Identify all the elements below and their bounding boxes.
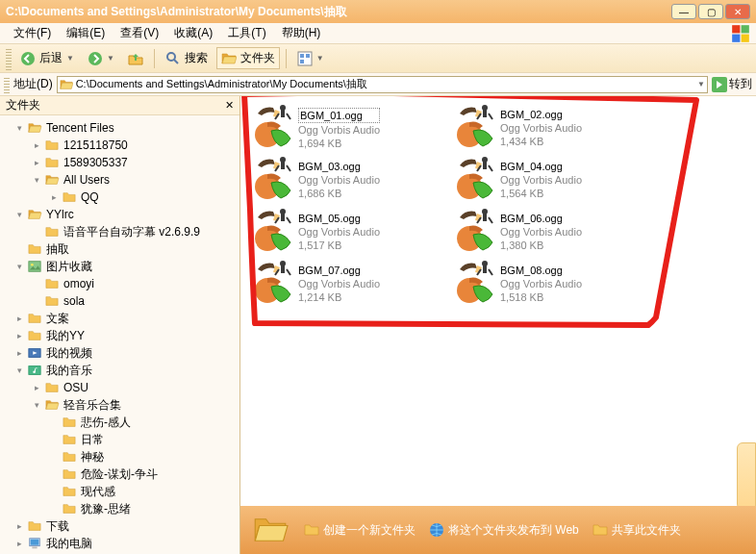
expand-toggle[interactable] (31, 226, 42, 238)
side-widget[interactable] (737, 442, 756, 510)
file-name: BGM_08.ogg (500, 264, 582, 277)
chevron-down-icon[interactable]: ▼ (697, 80, 705, 88)
task-new-folder[interactable]: 创建一个新文件夹 (304, 522, 416, 539)
task-share-folder[interactable]: 共享此文件夹 (592, 522, 681, 539)
expand-toggle[interactable]: ▸ (31, 382, 42, 393)
toolbar-grip[interactable] (6, 47, 12, 70)
file-item[interactable]: BGM_04.oggOgg Vorbis Audio1,564 KB (450, 154, 652, 206)
file-meta: BGM_08.oggOgg Vorbis Audio1,518 KB (500, 260, 582, 308)
folder-open-icon (44, 398, 60, 412)
expand-toggle[interactable] (48, 434, 60, 445)
expand-toggle[interactable] (48, 451, 60, 463)
file-list[interactable]: BGM_01.oggOgg Vorbis Audio1,694 KBBGM_02… (240, 96, 756, 310)
tree-item-label: 我的音乐 (46, 363, 92, 379)
expand-toggle[interactable]: ▸ (13, 347, 25, 359)
expand-toggle[interactable]: ▸ (13, 538, 25, 549)
tree-item[interactable]: ▸文案 (2, 310, 238, 327)
expand-toggle[interactable]: ▸ (31, 139, 42, 151)
expand-toggle[interactable]: ▸ (31, 157, 42, 168)
expand-toggle[interactable]: ▸ (13, 520, 25, 532)
go-button[interactable]: 转到 (712, 76, 752, 92)
file-name: BGM_07.ogg (298, 264, 380, 277)
tree-item[interactable]: ▾All Users (2, 171, 238, 189)
back-button[interactable]: 后退 ▼ (15, 47, 79, 69)
file-item[interactable]: BGM_02.oggOgg Vorbis Audio1,434 KB (450, 102, 652, 154)
tree-item[interactable]: 抽取 (2, 240, 238, 258)
folder-icon (44, 381, 60, 394)
tree-item[interactable]: ▾我的音乐 (2, 362, 238, 379)
folders-button[interactable]: 文件夹 (216, 47, 280, 69)
folder-icon (60, 78, 73, 91)
address-grip[interactable] (4, 76, 10, 93)
tree-item[interactable]: ▸我的视频 (2, 344, 238, 362)
tree-item[interactable]: ▾轻音乐合集 (2, 396, 238, 414)
tree-item[interactable]: ▸我的电脑 (2, 535, 238, 552)
expand-toggle[interactable]: ▸ (48, 191, 60, 203)
file-item[interactable]: BGM_06.oggOgg Vorbis Audio1,380 KB (450, 206, 652, 258)
expand-toggle[interactable] (48, 416, 60, 428)
tree-item[interactable]: sola (2, 292, 238, 310)
forward-button[interactable]: ▼ (83, 48, 119, 69)
tree-item[interactable]: ▾YYlrc (2, 206, 238, 223)
address-input[interactable]: C:\Documents and Settings\Administrator\… (57, 76, 708, 93)
tree-item[interactable]: ▸我的YY (2, 327, 238, 344)
file-item[interactable]: BGM_05.oggOgg Vorbis Audio1,517 KB (248, 206, 450, 258)
task-publish-web[interactable]: 将这个文件夹发布到 Web (429, 522, 579, 539)
tree-item[interactable]: ▸1589305337 (2, 154, 238, 171)
expand-toggle[interactable]: ▾ (13, 365, 25, 376)
expand-toggle[interactable]: ▾ (13, 261, 25, 272)
menu-view[interactable]: 查看(V) (113, 23, 166, 43)
file-item[interactable]: BGM_01.oggOgg Vorbis Audio1,694 KB (248, 102, 450, 154)
expand-toggle[interactable]: ▾ (31, 399, 42, 411)
up-button[interactable] (123, 48, 148, 69)
expand-toggle[interactable] (48, 468, 60, 480)
menu-edit[interactable]: 编辑(E) (59, 23, 113, 43)
expand-toggle[interactable] (48, 486, 60, 497)
tree-item[interactable]: omoyi (2, 275, 238, 292)
sidebar-close-button[interactable]: ✕ (225, 99, 234, 112)
file-item[interactable]: BGM_03.oggOgg Vorbis Audio1,686 KB (248, 154, 450, 206)
windows-logo-icon (731, 24, 750, 43)
tree-item[interactable]: 语音平台自动字幕 v2.6.9.9 (2, 223, 238, 240)
tree-item[interactable]: ▾图片收藏 (2, 258, 238, 275)
views-button[interactable]: ▼ (292, 48, 329, 69)
views-icon (297, 51, 313, 66)
expand-toggle[interactable]: ▾ (13, 122, 25, 134)
tree-item-label: 1589305337 (63, 156, 128, 169)
maximize-button[interactable]: ▢ (698, 4, 723, 19)
tree-item-label: 轻音乐合集 (63, 397, 121, 414)
search-button[interactable]: 搜索 (161, 47, 213, 69)
tree-item[interactable]: ▸下载 (2, 517, 238, 535)
menu-favorites[interactable]: 收藏(A) (166, 23, 220, 43)
menu-file[interactable]: 文件(F) (6, 23, 59, 43)
expand-toggle[interactable] (48, 503, 60, 515)
expand-toggle[interactable] (31, 295, 42, 307)
tree-item[interactable]: 犹豫-思绪 (2, 500, 238, 517)
expand-toggle[interactable]: ▸ (13, 313, 25, 324)
tree-item-label: QQ (81, 190, 99, 204)
menu-tools[interactable]: 工具(T) (220, 23, 273, 43)
tree-item[interactable]: 神秘 (2, 448, 238, 466)
expand-toggle[interactable] (13, 243, 25, 255)
close-button[interactable]: ✕ (725, 4, 750, 19)
tree-item[interactable]: 危险-谋划-争斗 (2, 466, 238, 483)
expand-toggle[interactable] (31, 278, 42, 290)
file-type: Ogg Vorbis Audio (298, 123, 380, 137)
file-item[interactable]: BGM_08.oggOgg Vorbis Audio1,518 KB (450, 258, 652, 310)
expand-toggle[interactable]: ▸ (13, 330, 25, 341)
tree-item[interactable]: 悲伤-感人 (2, 414, 238, 431)
file-item[interactable]: BGM_07.oggOgg Vorbis Audio1,214 KB (248, 258, 450, 310)
tree-item[interactable]: 日常 (2, 431, 238, 448)
minimize-button[interactable]: — (671, 4, 696, 19)
tree-item[interactable]: ▾Tencent Files (2, 119, 238, 137)
menu-help[interactable]: 帮助(H) (274, 23, 329, 43)
tree-item[interactable]: ▸1215118750 (2, 137, 238, 154)
file-meta: BGM_06.oggOgg Vorbis Audio1,380 KB (500, 208, 582, 256)
expand-toggle[interactable]: ▾ (13, 209, 25, 220)
search-icon (165, 51, 181, 66)
expand-toggle[interactable]: ▾ (31, 174, 42, 186)
tree-item[interactable]: 现代感 (2, 483, 238, 500)
folder-tree[interactable]: ▾Tencent Files▸1215118750▸1589305337▾All… (0, 115, 239, 554)
tree-item[interactable]: ▸QQ (2, 189, 238, 206)
tree-item[interactable]: ▸OSU (2, 379, 238, 396)
